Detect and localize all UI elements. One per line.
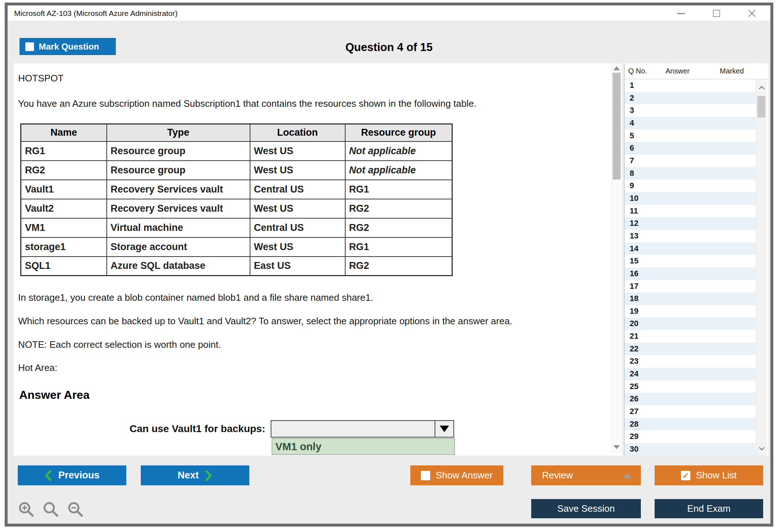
table-cell: Central US xyxy=(250,180,345,199)
end-exam-label: End Exam xyxy=(687,503,731,514)
question-list-row[interactable]: 27 xyxy=(625,405,756,418)
which-resources-question: Which resources can be backed up to Vaul… xyxy=(18,316,512,327)
list-scroll-up-icon[interactable] xyxy=(758,86,765,90)
question-list-row[interactable]: 13 xyxy=(625,230,756,242)
table-cell: Resource group xyxy=(107,142,250,161)
title-bar: Microsoft AZ-103 (Microsoft Azure Admini… xyxy=(8,5,770,21)
previous-button[interactable]: Previous xyxy=(18,465,126,485)
question-list-row[interactable]: 20 xyxy=(625,317,756,330)
question-list-row[interactable]: 2 xyxy=(625,92,756,105)
zoom-out-icon[interactable] xyxy=(67,501,84,518)
close-button[interactable] xyxy=(747,9,757,18)
mark-question-button[interactable]: Mark Question xyxy=(20,38,116,55)
question-list-row[interactable]: 24 xyxy=(625,368,756,380)
question-number: 14 xyxy=(625,242,638,255)
minimize-icon xyxy=(677,13,685,14)
table-row: VM1Virtual machineCentral USRG2 xyxy=(21,218,452,237)
question-list-row[interactable]: 6 xyxy=(625,142,756,155)
table-cell: RG2 xyxy=(345,257,452,276)
question-number: 24 xyxy=(625,368,638,380)
save-session-label: Save Session xyxy=(557,503,615,514)
table-cell: Storage account xyxy=(107,237,250,257)
chevron-right-icon xyxy=(205,470,212,481)
column-header-answer: Answer xyxy=(665,67,690,75)
review-button[interactable]: Review xyxy=(531,465,641,485)
table-cell: RG1 xyxy=(345,237,452,257)
table-cell: Central US xyxy=(250,218,345,237)
question-list-row[interactable]: 22 xyxy=(625,343,756,355)
list-scrollbar-thumb[interactable] xyxy=(757,96,765,118)
question-list-row[interactable]: 3 xyxy=(625,104,756,117)
question-number: 15 xyxy=(625,255,638,267)
table-column-header: Name xyxy=(21,124,107,142)
question-number: 17 xyxy=(625,280,638,292)
question-list-row[interactable]: 7 xyxy=(625,155,756,167)
show-list-label: Show List xyxy=(696,470,737,481)
show-answer-button[interactable]: Show Answer xyxy=(410,465,503,485)
question-list-row[interactable]: 14 xyxy=(625,242,756,255)
question-number: 28 xyxy=(625,418,638,430)
check-icon: ✓ xyxy=(682,471,689,480)
question-list-scrollbar[interactable] xyxy=(756,79,767,456)
question-list-row[interactable]: 15 xyxy=(625,255,756,267)
table-cell: SQL1 xyxy=(21,257,107,276)
end-exam-button[interactable]: End Exam xyxy=(655,499,763,518)
question-list-row[interactable]: 12 xyxy=(625,217,756,230)
question-list-row[interactable]: 29 xyxy=(625,430,756,443)
minimize-button[interactable] xyxy=(676,9,686,18)
question-list-rows: 1234567891011121314151617181920212223242… xyxy=(625,79,756,456)
triangle-down-icon xyxy=(440,426,449,432)
show-list-button[interactable]: ✓ Show List xyxy=(655,465,763,485)
question-list-row[interactable]: 5 xyxy=(625,130,756,142)
question-list-row[interactable]: 25 xyxy=(625,380,756,393)
table-cell: East US xyxy=(250,257,345,276)
question-number: 13 xyxy=(625,230,638,242)
vault1-dropdown-caret-button[interactable] xyxy=(435,421,453,437)
zoom-in-icon[interactable] xyxy=(18,501,35,518)
zoom-reset-icon[interactable] xyxy=(42,501,60,518)
scroll-down-icon[interactable] xyxy=(613,445,620,449)
question-number: 11 xyxy=(625,205,638,217)
question-number: 25 xyxy=(625,380,638,393)
maximize-button[interactable] xyxy=(712,9,721,18)
table-cell: Virtual machine xyxy=(107,218,250,237)
question-list-row[interactable]: 19 xyxy=(625,305,756,318)
table-cell: Vault2 xyxy=(21,199,107,218)
question-list-row[interactable]: 18 xyxy=(625,292,756,305)
table-row: SQL1Azure SQL databaseEast USRG2 xyxy=(21,257,452,276)
question-list-row[interactable]: 16 xyxy=(625,267,756,280)
question-list-row[interactable]: 21 xyxy=(625,330,756,343)
question-number: 20 xyxy=(625,317,638,330)
question-list-row[interactable]: 11 xyxy=(625,205,756,218)
table-cell: Vault1 xyxy=(21,180,107,199)
main-content-scrollbar[interactable] xyxy=(611,63,622,453)
list-scroll-down-icon[interactable] xyxy=(758,447,765,451)
question-number: 6 xyxy=(625,142,634,154)
save-session-button[interactable]: Save Session xyxy=(531,499,641,518)
question-list-row[interactable]: 28 xyxy=(625,418,756,431)
question-list-row[interactable]: 4 xyxy=(625,117,756,130)
question-type-label: HOTSPOT xyxy=(18,73,64,84)
show-answer-checkbox-icon xyxy=(421,471,430,480)
question-list-row[interactable]: 30 xyxy=(625,443,756,456)
question-number: 30 xyxy=(625,443,638,455)
dropdown-option-vm1-only[interactable]: VM1 only xyxy=(272,438,455,455)
question-list-row[interactable]: 23 xyxy=(625,355,756,368)
question-list-row[interactable]: 9 xyxy=(625,180,756,192)
exam-window: Microsoft AZ-103 (Microsoft Azure Admini… xyxy=(5,3,773,527)
table-cell: Not applicable xyxy=(345,161,452,180)
table-cell: RG1 xyxy=(345,180,452,199)
question-list-row[interactable]: 1 xyxy=(625,79,756,92)
scroll-up-icon[interactable] xyxy=(613,66,620,70)
table-cell: RG2 xyxy=(345,218,452,237)
next-button[interactable]: Next xyxy=(141,465,249,485)
main-scrollbar-thumb[interactable] xyxy=(613,73,621,180)
maximize-icon xyxy=(713,10,720,17)
question-list-row[interactable]: 26 xyxy=(625,393,756,405)
question-list-row[interactable]: 10 xyxy=(625,192,756,205)
question-list-row[interactable]: 8 xyxy=(625,167,756,180)
table-column-header: Resource group xyxy=(345,124,452,142)
vault1-dropdown[interactable] xyxy=(271,420,454,438)
question-list-row[interactable]: 17 xyxy=(625,280,756,293)
table-column-header: Type xyxy=(107,124,250,142)
